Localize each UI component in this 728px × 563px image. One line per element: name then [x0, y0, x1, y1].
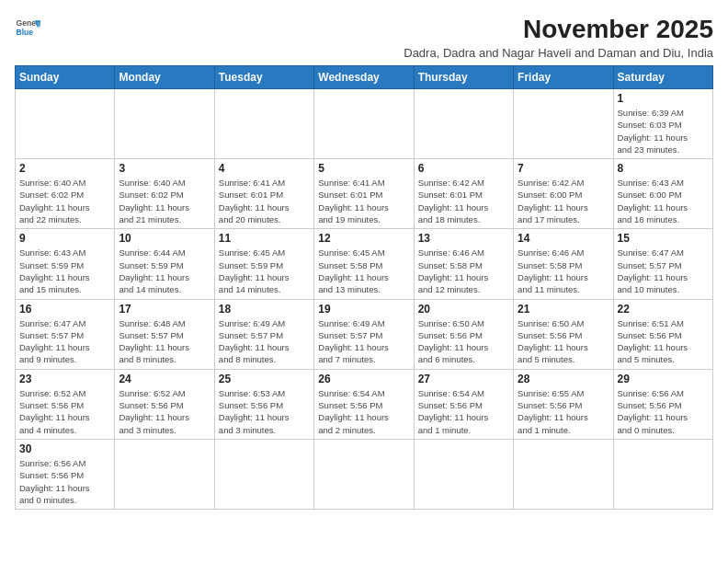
day-info: Sunrise: 6:42 AM Sunset: 6:00 PM Dayligh…: [518, 177, 609, 225]
day-number: 9: [19, 232, 110, 245]
day-number: 7: [518, 162, 609, 175]
day-number: 6: [418, 162, 509, 175]
calendar-cell: 3Sunrise: 6:40 AM Sunset: 6:02 PM Daylig…: [115, 159, 214, 229]
calendar-cell: [613, 439, 712, 509]
day-number: 30: [19, 442, 110, 455]
day-info: Sunrise: 6:40 AM Sunset: 6:02 PM Dayligh…: [119, 177, 210, 225]
calendar-cell: 16Sunrise: 6:47 AM Sunset: 5:57 PM Dayli…: [16, 299, 115, 369]
calendar-cell: 15Sunrise: 6:47 AM Sunset: 5:57 PM Dayli…: [613, 229, 712, 299]
day-info: Sunrise: 6:50 AM Sunset: 5:56 PM Dayligh…: [418, 317, 509, 366]
calendar-cell: 9Sunrise: 6:43 AM Sunset: 5:59 PM Daylig…: [16, 229, 115, 299]
calendar-cell: [214, 439, 313, 509]
calendar-cell: 29Sunrise: 6:56 AM Sunset: 5:56 PM Dayli…: [613, 369, 712, 439]
calendar-cell: 27Sunrise: 6:54 AM Sunset: 5:56 PM Dayli…: [414, 369, 513, 439]
calendar-cell: 21Sunrise: 6:50 AM Sunset: 5:56 PM Dayli…: [514, 299, 613, 369]
day-info: Sunrise: 6:43 AM Sunset: 6:00 PM Dayligh…: [618, 177, 709, 225]
day-number: 28: [518, 373, 609, 385]
day-info: Sunrise: 6:53 AM Sunset: 5:56 PM Dayligh…: [219, 387, 310, 436]
calendar-cell: 14Sunrise: 6:46 AM Sunset: 5:58 PM Dayli…: [514, 229, 613, 299]
day-info: Sunrise: 6:43 AM Sunset: 5:59 PM Dayligh…: [19, 247, 110, 295]
calendar-cell: 1Sunrise: 6:39 AM Sunset: 6:03 PM Daylig…: [613, 89, 712, 159]
calendar-cell: 13Sunrise: 6:46 AM Sunset: 5:58 PM Dayli…: [414, 229, 513, 299]
day-number: 27: [418, 373, 509, 385]
calendar-cell: 26Sunrise: 6:54 AM Sunset: 5:56 PM Dayli…: [314, 369, 414, 439]
day-info: Sunrise: 6:56 AM Sunset: 5:56 PM Dayligh…: [618, 387, 709, 436]
day-number: 24: [119, 373, 210, 385]
calendar-cell: 12Sunrise: 6:45 AM Sunset: 5:58 PM Dayli…: [314, 229, 414, 299]
day-info: Sunrise: 6:44 AM Sunset: 5:59 PM Dayligh…: [119, 247, 210, 295]
title-area: November 2025 Dadra, Dadra and Nagar Hav…: [404, 15, 713, 60]
day-info: Sunrise: 6:49 AM Sunset: 5:57 PM Dayligh…: [318, 317, 409, 366]
calendar-row: 30Sunrise: 6:56 AM Sunset: 5:56 PM Dayli…: [16, 439, 713, 509]
calendar-row: 2Sunrise: 6:40 AM Sunset: 6:02 PM Daylig…: [16, 159, 713, 229]
day-info: Sunrise: 6:46 AM Sunset: 5:58 PM Dayligh…: [518, 247, 609, 295]
day-number: 13: [418, 232, 509, 245]
day-number: 26: [318, 373, 409, 385]
day-info: Sunrise: 6:49 AM Sunset: 5:57 PM Dayligh…: [219, 317, 310, 366]
day-info: Sunrise: 6:52 AM Sunset: 5:56 PM Dayligh…: [119, 387, 210, 436]
weekday-header-wednesday: Wednesday: [314, 66, 414, 89]
day-info: Sunrise: 6:41 AM Sunset: 6:01 PM Dayligh…: [318, 177, 409, 225]
calendar-cell: 10Sunrise: 6:44 AM Sunset: 5:59 PM Dayli…: [115, 229, 214, 299]
day-info: Sunrise: 6:55 AM Sunset: 5:56 PM Dayligh…: [518, 387, 609, 436]
calendar-cell: 11Sunrise: 6:45 AM Sunset: 5:59 PM Dayli…: [214, 229, 313, 299]
day-info: Sunrise: 6:47 AM Sunset: 5:57 PM Dayligh…: [19, 317, 110, 366]
day-info: Sunrise: 6:41 AM Sunset: 6:01 PM Dayligh…: [219, 177, 310, 225]
day-number: 4: [219, 162, 310, 175]
day-number: 20: [418, 303, 509, 316]
day-info: Sunrise: 6:50 AM Sunset: 5:56 PM Dayligh…: [518, 317, 609, 366]
day-number: 16: [19, 303, 110, 316]
calendar-cell: 6Sunrise: 6:42 AM Sunset: 6:01 PM Daylig…: [414, 159, 513, 229]
calendar-cell: 2Sunrise: 6:40 AM Sunset: 6:02 PM Daylig…: [16, 159, 115, 229]
day-number: 3: [119, 162, 210, 175]
day-info: Sunrise: 6:45 AM Sunset: 5:59 PM Dayligh…: [219, 247, 310, 295]
day-info: Sunrise: 6:40 AM Sunset: 6:02 PM Dayligh…: [19, 177, 110, 225]
day-number: 12: [318, 232, 409, 245]
day-number: 14: [518, 232, 609, 245]
day-number: 22: [618, 303, 709, 316]
day-info: Sunrise: 6:45 AM Sunset: 5:58 PM Dayligh…: [318, 247, 409, 295]
weekday-header-friday: Friday: [514, 66, 613, 89]
calendar-cell: 8Sunrise: 6:43 AM Sunset: 6:00 PM Daylig…: [613, 159, 712, 229]
generalblue-logo-icon: General Blue: [15, 15, 40, 40]
day-number: 11: [219, 232, 310, 245]
day-info: Sunrise: 6:54 AM Sunset: 5:56 PM Dayligh…: [318, 387, 409, 436]
weekday-header-monday: Monday: [115, 66, 214, 89]
day-number: 18: [219, 303, 310, 316]
logo: General Blue: [15, 15, 40, 40]
calendar-cell: 18Sunrise: 6:49 AM Sunset: 5:57 PM Dayli…: [214, 299, 313, 369]
calendar-cell: 30Sunrise: 6:56 AM Sunset: 5:56 PM Dayli…: [16, 439, 115, 509]
calendar-cell: 5Sunrise: 6:41 AM Sunset: 6:01 PM Daylig…: [314, 159, 414, 229]
day-info: Sunrise: 6:39 AM Sunset: 6:03 PM Dayligh…: [618, 107, 709, 155]
calendar-row: 1Sunrise: 6:39 AM Sunset: 6:03 PM Daylig…: [16, 89, 713, 159]
calendar-cell: 23Sunrise: 6:52 AM Sunset: 5:56 PM Dayli…: [16, 369, 115, 439]
svg-text:Blue: Blue: [17, 28, 34, 37]
day-info: Sunrise: 6:52 AM Sunset: 5:56 PM Dayligh…: [19, 387, 110, 436]
day-number: 17: [119, 303, 210, 316]
calendar-cell: 28Sunrise: 6:55 AM Sunset: 5:56 PM Dayli…: [514, 369, 613, 439]
calendar-cell: [414, 89, 513, 159]
weekday-header-saturday: Saturday: [613, 66, 712, 89]
calendar-cell: 20Sunrise: 6:50 AM Sunset: 5:56 PM Dayli…: [414, 299, 513, 369]
day-number: 1: [618, 92, 709, 105]
day-number: 15: [618, 232, 709, 245]
day-number: 10: [119, 232, 210, 245]
calendar-table: SundayMondayTuesdayWednesdayThursdayFrid…: [15, 65, 713, 510]
calendar-cell: 7Sunrise: 6:42 AM Sunset: 6:00 PM Daylig…: [514, 159, 613, 229]
page-header: General Blue November 2025 Dadra, Dadra …: [15, 15, 713, 60]
calendar-cell: [115, 439, 214, 509]
calendar-cell: [16, 89, 115, 159]
day-info: Sunrise: 6:47 AM Sunset: 5:57 PM Dayligh…: [618, 247, 709, 295]
day-number: 23: [19, 373, 110, 385]
calendar-cell: 24Sunrise: 6:52 AM Sunset: 5:56 PM Dayli…: [115, 369, 214, 439]
calendar-cell: 4Sunrise: 6:41 AM Sunset: 6:01 PM Daylig…: [214, 159, 313, 229]
calendar-row: 23Sunrise: 6:52 AM Sunset: 5:56 PM Dayli…: [16, 369, 713, 439]
calendar-subtitle: Dadra, Dadra and Nagar Haveli and Daman …: [404, 46, 713, 60]
calendar-cell: 22Sunrise: 6:51 AM Sunset: 5:56 PM Dayli…: [613, 299, 712, 369]
weekday-header-sunday: Sunday: [16, 66, 115, 89]
month-title: November 2025: [404, 15, 713, 44]
calendar-row: 9Sunrise: 6:43 AM Sunset: 5:59 PM Daylig…: [16, 229, 713, 299]
day-number: 19: [318, 303, 409, 316]
day-info: Sunrise: 6:54 AM Sunset: 5:56 PM Dayligh…: [418, 387, 509, 436]
day-info: Sunrise: 6:48 AM Sunset: 5:57 PM Dayligh…: [119, 317, 210, 366]
